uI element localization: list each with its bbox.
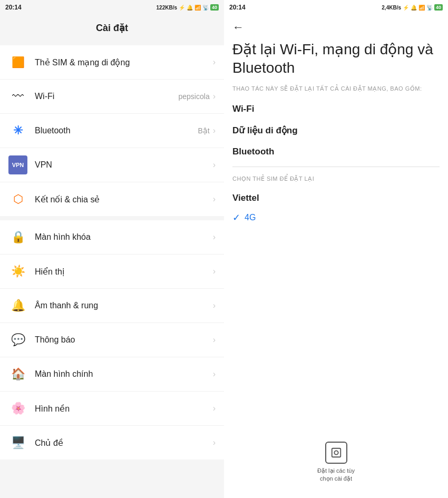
homescreen-icon: 🏠 xyxy=(8,365,27,384)
vpn-label: VPN xyxy=(35,160,52,170)
sim-label: Thẻ SIM & mạng di động xyxy=(35,57,130,67)
reset-icon xyxy=(325,442,347,464)
theme-content: Chủ đề › xyxy=(35,438,216,448)
settings-item-notifications[interactable]: 💬 Thông báo › xyxy=(0,323,224,357)
wallpaper-chevron: › xyxy=(213,404,216,413)
notifications-right: › xyxy=(213,335,216,345)
display-right: › xyxy=(213,267,216,276)
sound-label: Âm thanh & rung xyxy=(35,301,98,310)
network-group: 🟧 Thẻ SIM & mạng di động › 〰 Wi-Fi pepsi… xyxy=(0,45,224,216)
display-label: Hiển thị xyxy=(35,267,64,277)
wallpaper-right: › xyxy=(213,404,216,413)
sound-icon: 🔔 xyxy=(8,296,27,315)
wifi-content: Wi-Fi pepsicola › xyxy=(35,92,216,101)
alarm-icon: 🔔 xyxy=(187,5,193,11)
left-status-right: 122KB/s ⚡ 🔔 📶 📡 40 xyxy=(157,4,219,11)
wallpaper-content: Hình nền › xyxy=(35,404,216,414)
notifications-icon: 💬 xyxy=(8,330,27,349)
wifi-label: Wi-Fi xyxy=(35,92,54,101)
wifi-status-icon: 📡 xyxy=(202,5,209,11)
sim-chevron: › xyxy=(213,57,216,67)
hotspot-label: Kết nối & chia sẻ xyxy=(35,194,100,204)
bluetooth-content: Bluetooth Bật › xyxy=(35,126,216,135)
sim-name: Viettel xyxy=(232,189,440,208)
right-wifi-icon: 📡 xyxy=(426,5,433,11)
sim-right: › xyxy=(213,57,216,67)
notifications-chevron: › xyxy=(213,335,216,345)
theme-right: › xyxy=(213,438,216,447)
sim-content: Thẻ SIM & mạng di động › xyxy=(35,57,216,67)
homescreen-label: Màn hình chính xyxy=(35,369,93,379)
settings-item-vpn[interactable]: VPN VPN › xyxy=(0,148,224,182)
right-header: ← xyxy=(224,15,448,40)
lockscreen-chevron: › xyxy=(213,232,216,242)
settings-list: 🟧 Thẻ SIM & mạng di động › 〰 Wi-Fi pepsi… xyxy=(0,41,224,498)
sim-option-4g[interactable]: ✓ 4G xyxy=(232,208,440,228)
mobile-data-item: Dữ liệu di động xyxy=(232,120,440,141)
signal-icon: 📶 xyxy=(194,5,201,11)
svg-rect-0 xyxy=(332,448,340,457)
theme-icon: 🖥️ xyxy=(8,433,27,452)
bluetooth-right: Bật › xyxy=(198,126,216,135)
wifi-chevron: › xyxy=(213,92,216,101)
lockscreen-content: Màn hình khóa › xyxy=(35,232,216,242)
hotspot-icon: ⬡ xyxy=(8,190,27,209)
left-status-bar: 20:14 122KB/s ⚡ 🔔 📶 📡 40 xyxy=(0,0,224,15)
right-battery: 40 xyxy=(434,4,443,11)
settings-item-hotspot[interactable]: ⬡ Kết nối & chia sẻ › xyxy=(0,182,224,216)
hotspot-right: › xyxy=(213,194,216,204)
hotspot-content: Kết nối & chia sẻ › xyxy=(35,194,216,204)
settings-item-homescreen[interactable]: 🏠 Màn hình chính › xyxy=(0,357,224,392)
hotspot-chevron: › xyxy=(213,194,216,204)
settings-item-wifi[interactable]: 〰 Wi-Fi pepsicola › xyxy=(0,80,224,114)
sim-section-title: CHỌN THẺ SIM ĐỂ ĐẶT LẠI xyxy=(232,175,440,182)
vpn-right: › xyxy=(213,160,216,170)
section-divider xyxy=(232,167,440,167)
bluetooth-list-icon: ✳ xyxy=(8,121,27,140)
page-title: Đặt lại Wi-Fi, mạng di động và Bluetooth xyxy=(232,40,440,77)
right-bluetooth-icon: ⚡ xyxy=(403,5,409,11)
right-status-right: 2,4KB/s ⚡ 🔔 📶 📡 40 xyxy=(382,4,443,11)
right-signal-icon: 📶 xyxy=(418,5,425,11)
device-group: 🔒 Màn hình khóa › ☀️ Hiển thị › xyxy=(0,220,224,460)
back-button[interactable]: ← xyxy=(232,21,244,34)
settings-item-sim[interactable]: 🟧 Thẻ SIM & mạng di động › xyxy=(0,45,224,80)
left-network-speed: 122KB/s xyxy=(157,5,177,11)
settings-item-lockscreen[interactable]: 🔒 Màn hình khóa › xyxy=(0,220,224,255)
right-content: Đặt lại Wi-Fi, mạng di động và Bluetooth… xyxy=(224,40,448,431)
right-panel: 20:14 2,4KB/s ⚡ 🔔 📶 📡 40 ← Đặt lại Wi-Fi… xyxy=(224,0,448,498)
settings-item-sound[interactable]: 🔔 Âm thanh & rung › xyxy=(0,289,224,323)
notifications-label: Thông báo xyxy=(35,335,75,345)
theme-chevron: › xyxy=(213,438,216,447)
check-icon: ✓ xyxy=(232,212,240,223)
settings-item-bluetooth[interactable]: ✳ Bluetooth Bật › xyxy=(0,114,224,148)
settings-item-display[interactable]: ☀️ Hiển thị › xyxy=(0,255,224,289)
sound-content: Âm thanh & rung › xyxy=(35,301,216,310)
reset-button[interactable]: Đặt lại các tùy chọn cài đặt xyxy=(313,442,360,482)
display-chevron: › xyxy=(213,267,216,276)
wifi-icon: 〰 xyxy=(8,87,27,106)
vpn-chevron: › xyxy=(213,160,216,170)
left-header-title: Cài đặt xyxy=(96,22,128,34)
bluetooth-chevron: › xyxy=(213,126,216,135)
homescreen-content: Màn hình chính › xyxy=(35,369,216,379)
sim-icon: 🟧 xyxy=(8,53,27,72)
wifi-network-item: Wi-Fi xyxy=(232,99,440,120)
vpn-content: VPN › xyxy=(35,160,216,170)
left-header: Cài đặt xyxy=(0,15,224,41)
bluetooth-value: Bật xyxy=(198,126,209,135)
left-panel: 20:14 122KB/s ⚡ 🔔 📶 📡 40 Cài đặt 🟧 Thẻ S… xyxy=(0,0,224,498)
wallpaper-label: Hình nền xyxy=(35,404,70,414)
vpn-icon: VPN xyxy=(8,155,27,174)
settings-item-wallpaper[interactable]: 🌸 Hình nền › xyxy=(0,392,224,426)
wallpaper-icon: 🌸 xyxy=(8,399,27,418)
lockscreen-label: Màn hình khóa xyxy=(35,232,91,242)
lockscreen-right: › xyxy=(213,232,216,242)
right-time: 20:14 xyxy=(229,4,246,11)
homescreen-chevron: › xyxy=(213,369,216,379)
display-icon: ☀️ xyxy=(8,262,27,281)
reset-label: Đặt lại các tùy chọn cài đặt xyxy=(313,467,360,482)
right-alarm-icon: 🔔 xyxy=(411,5,417,11)
settings-item-theme[interactable]: 🖥️ Chủ đề › xyxy=(0,426,224,460)
wifi-right: pepsicola › xyxy=(179,92,216,101)
